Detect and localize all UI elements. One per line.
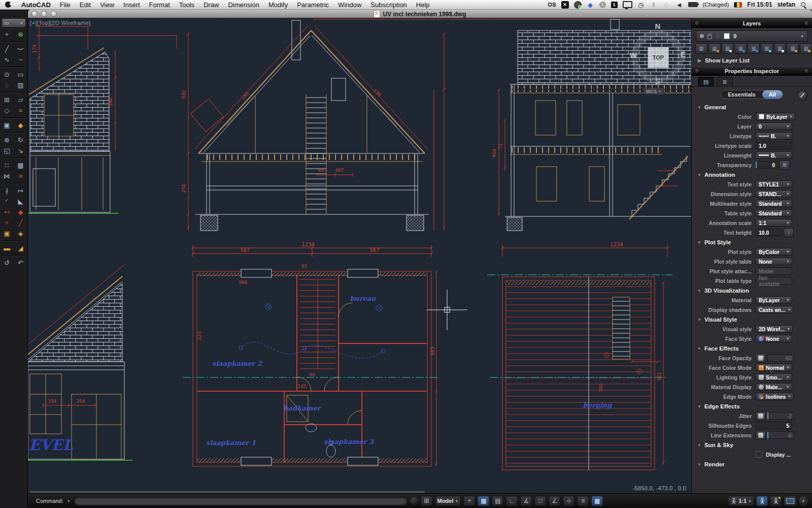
face-opacity-button[interactable]: [756, 354, 766, 363]
lineweight-dropdown[interactable]: B.▼: [756, 151, 792, 159]
tool-constraint-lock-button[interactable]: ▣: [2, 229, 12, 238]
filter-segmented-control[interactable]: Essentials All: [721, 90, 783, 99]
make-current-layer-button[interactable]: ≣: [734, 43, 747, 54]
active-tool-button[interactable]: ▭ ▼: [2, 18, 26, 27]
menu-modify[interactable]: Modify: [264, 1, 292, 9]
compass-north[interactable]: N: [655, 22, 661, 30]
color-dropdown[interactable]: ByLayer▼: [756, 113, 795, 120]
window-title-bar[interactable]: UV incl technieken 1998.dwg: [28, 10, 812, 18]
face-color-mode-dropdown[interactable]: Normal▼: [756, 364, 792, 371]
input-language-flag-icon[interactable]: [734, 2, 742, 8]
tool-tag-button[interactable]: ◇: [2, 106, 12, 115]
os-menu-extra[interactable]: OS: [548, 2, 556, 8]
tool-rectangle-button[interactable]: ▭: [16, 70, 26, 79]
menu-dimension[interactable]: Dimension: [223, 1, 263, 9]
text-height-field[interactable]: 10.0: [756, 229, 782, 236]
tool-group-button[interactable]: ⊛: [16, 30, 26, 39]
tool-freehand-button[interactable]: ~: [16, 55, 26, 64]
horizontal-scrollbar[interactable]: [30, 491, 425, 493]
section-annotation[interactable]: ▼Annotation: [692, 170, 812, 179]
section-3d-visualization[interactable]: ▼3D Visualization: [692, 285, 812, 295]
grid-toggle[interactable]: ▦: [478, 496, 489, 506]
tool-dim-update-button[interactable]: ↤: [2, 208, 12, 216]
plot-style-dropdown[interactable]: ByColor▼: [756, 248, 792, 256]
bluetooth-icon[interactable]: ᛒ: [650, 1, 658, 9]
tool-copy-button[interactable]: ∷: [2, 161, 12, 170]
messenger-icon[interactable]: [574, 1, 582, 9]
text-height-button[interactable]: ↕: [784, 228, 794, 237]
software-update-icon[interactable]: !: [599, 2, 606, 8]
snap-toggle[interactable]: +: [463, 496, 475, 506]
tool-scale-button[interactable]: ◱: [2, 146, 12, 155]
tool-dim-marker-button[interactable]: ◆: [16, 208, 26, 216]
section-edge-effects[interactable]: ▼Edge Effects: [692, 401, 812, 411]
menu-format[interactable]: Format: [145, 1, 175, 9]
command-history-icon[interactable]: ▼: [67, 499, 71, 503]
tool-mirror-button[interactable]: ⋈: [2, 172, 12, 180]
volume-icon[interactable]: ◀: [675, 1, 683, 9]
menu-insert[interactable]: Insert: [119, 1, 145, 9]
layer-dropdown[interactable]: 0▼: [756, 122, 792, 130]
freeze-layer-button[interactable]: ≣: [761, 43, 773, 54]
edge-mode-dropdown[interactable]: Isolines▼: [756, 393, 794, 400]
jitter-button[interactable]: [756, 411, 766, 421]
plot-style-table-dropdown[interactable]: None▼: [756, 258, 792, 265]
angle-toggle[interactable]: ∠: [549, 496, 560, 506]
tool-brush-button[interactable]: ≈: [16, 106, 26, 115]
dropbox-icon[interactable]: ◆: [587, 1, 594, 9]
layer-lock-icon[interactable]: [707, 35, 712, 39]
show-layer-list-toggle[interactable]: ▶ Show Layer List: [692, 54, 812, 66]
menu-window[interactable]: Window: [333, 1, 366, 9]
command-knob[interactable]: [410, 497, 418, 505]
drawing-canvas[interactable]: 1234 567 567 61 966 467 467 940 254 174 …: [28, 18, 691, 493]
tool-circle-button[interactable]: ⊙: [2, 70, 12, 79]
display-shadows-dropdown[interactable]: Casts an...▼: [756, 306, 793, 313]
layer-off-button[interactable]: ≣: [774, 43, 786, 54]
menu-parametric[interactable]: Parametric: [292, 1, 333, 9]
menu-file[interactable]: File: [55, 1, 75, 9]
tool-stretch-button[interactable]: ↘: [16, 146, 26, 155]
annotation-scale-dropdown[interactable]: 1:1▼: [756, 219, 792, 227]
display-icon[interactable]: [623, 1, 632, 8]
tool-dim-linear-button[interactable]: ▬: [2, 244, 12, 252]
tool-extend-button[interactable]: ↦: [16, 186, 26, 195]
material-display-dropdown[interactable]: Mate...▼: [756, 383, 792, 391]
previous-layer-button[interactable]: ≣: [722, 43, 734, 54]
layer-freeze-icon[interactable]: ☼: [716, 34, 720, 39]
section-render[interactable]: ▼Render: [692, 459, 812, 469]
tool-dim-aligned-button[interactable]: ╱: [16, 218, 26, 227]
section-visual-style[interactable]: ▼Visual Style: [692, 314, 812, 324]
osnap-toggle[interactable]: □: [534, 496, 546, 506]
transparency-field[interactable]: 0: [756, 161, 778, 169]
lock-layer-button[interactable]: ≣: [787, 43, 799, 54]
time-machine-icon[interactable]: ◷: [637, 1, 645, 9]
tool-chamfer-button[interactable]: ◣: [16, 197, 26, 206]
tool-spline-button[interactable]: ∿: [2, 55, 12, 64]
line-extensions-button[interactable]: [756, 431, 766, 440]
tool-rotate-button[interactable]: ↻: [16, 136, 26, 144]
dimension-style-dropdown[interactable]: STAND...▼: [756, 190, 792, 198]
linetype-scale-field[interactable]: 1.0: [756, 142, 792, 149]
section-general[interactable]: ▼General: [692, 102, 812, 112]
menu-user[interactable]: stefan: [777, 1, 795, 8]
face-style-dropdown[interactable]: None▼: [756, 335, 792, 342]
menu-subscription[interactable]: Subscription: [366, 1, 412, 9]
view-cube-top-face[interactable]: TOP: [648, 47, 669, 68]
table-style-dropdown[interactable]: Standard▼: [756, 209, 792, 217]
menu-autocad[interactable]: AutoCAD: [17, 1, 55, 9]
tool-hatch-button[interactable]: ▨: [16, 81, 26, 89]
panel-knob-icon[interactable]: [694, 68, 700, 74]
ortho-toggle[interactable]: ∟: [506, 496, 518, 506]
tool-dim-slope-button[interactable]: ◢: [16, 244, 26, 252]
polar-toggle[interactable]: ∡: [520, 496, 532, 506]
view-cube[interactable]: N W E S TOP: [631, 30, 684, 83]
tool-ellipse-button[interactable]: ◌: [2, 81, 12, 89]
current-layer-dropdown[interactable]: ☼ 0 ▼: [696, 30, 808, 42]
delete-layer-button[interactable]: ≣: [708, 43, 721, 54]
layout-grid-button[interactable]: ⊞: [421, 496, 432, 506]
linetype-dropdown[interactable]: B.▼: [756, 132, 792, 140]
compass-south[interactable]: S: [655, 77, 660, 85]
menu-draw[interactable]: Draw: [199, 1, 223, 9]
tool-offset-button[interactable]: ≈: [16, 172, 26, 180]
lighting-style-dropdown[interactable]: Smo...▼: [756, 373, 792, 381]
